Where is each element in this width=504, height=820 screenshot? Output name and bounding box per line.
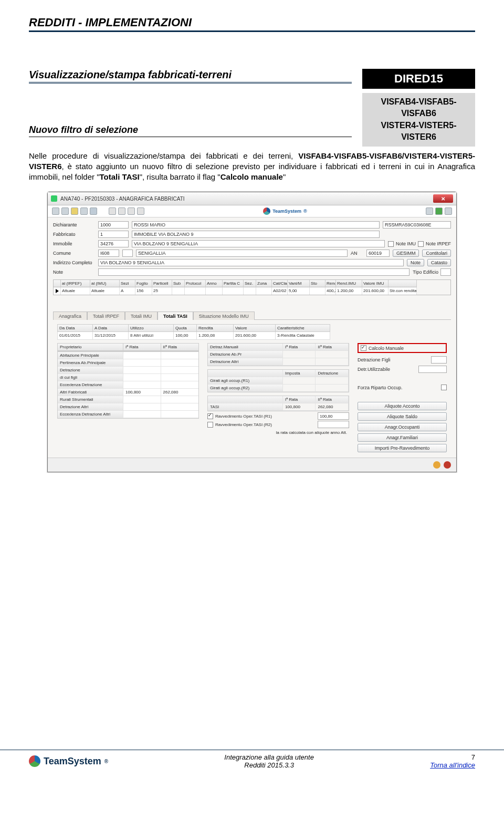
noteimu-checkbox[interactable] [388,241,394,247]
table-cell [123,367,161,374]
grid-header-cell: Sezi [120,280,135,287]
value[interactable]: 100,80 [318,412,349,420]
add-icon[interactable] [435,207,443,215]
subgrid-cell: 8 Altri utilizzi [129,332,174,340]
label-an: AN [351,251,363,256]
grid-cell: 5,00 [288,287,310,295]
immobile-desc[interactable]: VIA BOLZANO 9 SENIGALLIA [132,240,385,247]
prev-icon[interactable] [118,207,125,215]
table-header-cell: Iª Rata [123,344,161,351]
star-icon[interactable] [71,207,78,215]
body-bold2: Totali TASI [100,172,140,181]
table-cell [161,359,198,367]
detraz-figli-label: Detrazione Figli [358,357,391,362]
side-button[interactable]: Importi Pre-Ravvedimento [358,444,447,452]
last-icon[interactable] [137,207,144,215]
table-header-cell: IIª Rata [316,396,349,403]
subgrid-header-cell: Caratteristiche [276,324,330,332]
codfisc[interactable]: RSSMRA59C03I608E [383,221,451,229]
tool-icon[interactable] [80,207,88,215]
footer-line1: Integrazione alla guida utente [224,753,314,761]
comune-sub[interactable] [122,250,133,257]
tool-icon[interactable] [61,207,69,215]
contitolari-button[interactable]: Contitolari [422,250,451,257]
noteirpef-checkbox[interactable] [418,241,424,247]
tab[interactable]: Totali IMU [125,312,158,320]
tool-icon[interactable] [52,207,59,215]
grid-header-cell: Cat/Cla [272,280,288,287]
note-button[interactable]: Note [407,259,424,266]
tool-icon[interactable] [426,207,433,215]
detr-util[interactable] [418,366,447,373]
body-mid2: ", risulta barrato il flag " [140,172,220,181]
grid-cell [54,287,61,295]
window-close-button[interactable]: ✕ [433,194,453,203]
table-cell [161,352,198,359]
next-icon[interactable] [128,207,135,215]
tasi-left-table: Abitazione PrincipalePertinenza Ab.Princ… [57,351,199,419]
window-titlebar: ANA740 - PF20150303 - ANAGRAFICA FABBRIC… [48,192,456,205]
tab[interactable]: Totali TASI [158,312,193,320]
grid-row[interactable]: AttualeAttualeA15625A02/025,00400,251.20… [54,287,450,295]
comune-code[interactable]: I608 [98,250,119,257]
tab[interactable]: Anagrafica [53,312,87,320]
table-cell: 100,800 [283,403,316,411]
value[interactable] [318,421,349,428]
subgrid-row[interactable]: 01/01/201531/12/20158 Altri utilizzi100,… [57,332,330,340]
body-end: " [283,172,286,181]
comune-desc[interactable]: SENIGALLIA [136,250,348,257]
forza-checkbox[interactable] [441,385,447,390]
an[interactable]: 60019 [366,250,390,257]
help-icon[interactable] [433,461,440,469]
grid-cell: Attuale [61,287,90,295]
back-to-index-link[interactable]: Torna all'indice [430,761,475,769]
table-row: di cui figli [58,374,198,381]
calcolo-manuale-checkbox[interactable] [361,345,366,351]
checkbox[interactable] [207,422,213,428]
fabbricato-desc[interactable]: IMMOBILE VIA BOLZANO 9 [132,231,380,238]
gesimm-button[interactable]: GESIMM [393,250,419,257]
tab-body: Da DataA DataUtilizzoQuotaRenditaValoreC… [53,320,451,455]
grid-cell: 156 [135,287,152,295]
subgrid-cell: 201.600,00 [234,332,276,340]
grid-header-cell: Particell [152,280,172,287]
side-button[interactable]: Aliquote Acconto [358,402,447,410]
indirizzo[interactable]: VIA BOLZANO 9 SENIGALLIA [98,259,404,266]
detr-util-label: Detr.Utilizzabile [358,367,390,372]
grid-cell [206,287,223,295]
table-header-cell: Imposta [283,370,316,377]
tab[interactable]: Situazione Modello IMU [193,312,255,320]
dichiarante-name[interactable]: ROSSI MARIO [132,221,380,229]
subgrid-header-cell: Rendita [197,324,234,332]
grid-header-cell: Sez. [244,280,256,287]
detraz-figli[interactable] [431,356,447,364]
fabbricato-num[interactable]: 1 [98,231,129,238]
table-cell: Altri Fabbricati [58,389,123,396]
table-cell [283,385,316,392]
table-cell [283,351,316,358]
section-subtitle: Nuovo filtro di selezione [29,124,352,137]
note-field[interactable] [98,268,410,276]
side-button[interactable]: Aliquote Saldo [358,412,447,421]
immobile-num[interactable]: 34276 [98,240,129,247]
subgrid-header-cell: Valore [234,324,276,332]
table-cell: Detrazione Altri [58,403,123,411]
print-icon[interactable] [90,207,97,215]
calcolo-manuale-box[interactable]: Calcolo Manuale [358,343,447,353]
grid-header-cell: Anno [206,280,223,287]
grid-cell: A [120,287,135,295]
tool-icon[interactable] [445,207,452,215]
side-button[interactable]: Anagr.Familiari [358,433,447,442]
side-button[interactable]: Anagr.Occupanti [358,423,447,431]
table-cell: Detrazione [58,367,123,374]
close-icon[interactable] [444,461,451,469]
tab[interactable]: Totali IRPEF [87,312,125,320]
dichiarante-code[interactable]: 1000 [98,221,129,229]
first-icon[interactable] [109,207,116,215]
page-number: 7 [430,753,475,761]
tipoedif[interactable] [440,268,451,276]
grid-cell: 201.600,00 [362,287,388,295]
checkbox[interactable] [207,413,213,419]
catasto-button[interactable]: Catasto [427,259,451,266]
table-row: Detrazione Altri [58,403,198,411]
